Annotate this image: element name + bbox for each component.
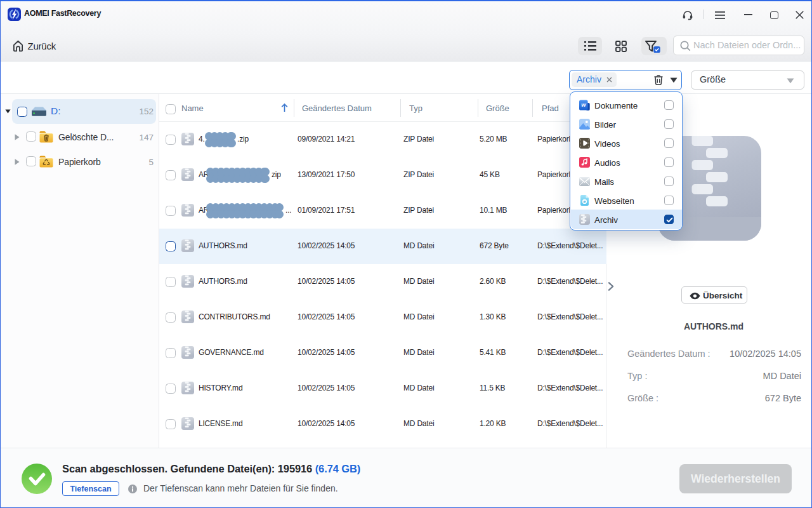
- svg-text:w: w: [581, 101, 586, 108]
- svg-text:e: e: [583, 199, 586, 204]
